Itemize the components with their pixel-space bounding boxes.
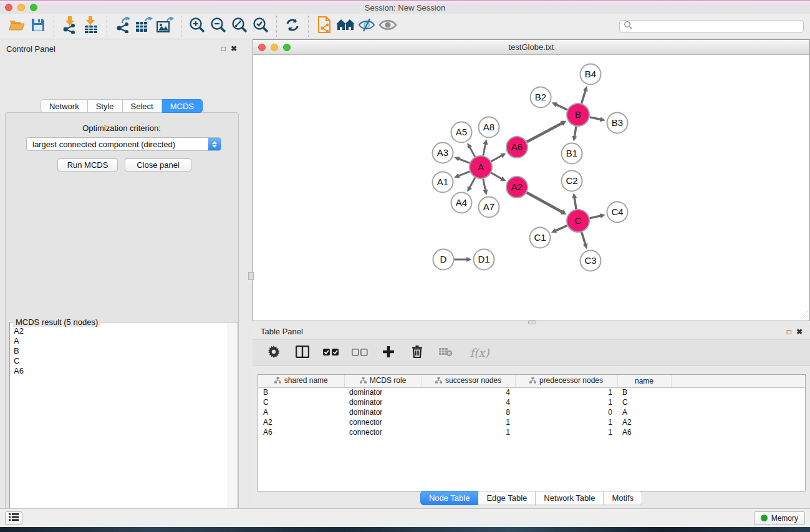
cell-name[interactable]: A (617, 407, 671, 417)
cell-MCDS-role[interactable]: dominator (344, 397, 422, 407)
result-item[interactable]: A (11, 336, 226, 346)
cell-successor-nodes[interactable]: 4 (422, 397, 515, 407)
cell-MCDS-role[interactable]: connector (344, 427, 422, 437)
cell-predecessor-nodes[interactable]: 1 (515, 397, 617, 407)
cell-name[interactable]: B (617, 387, 671, 397)
cell-MCDS-role[interactable]: dominator (344, 387, 422, 397)
open-session-button[interactable] (6, 16, 27, 37)
edge-C-C4[interactable] (590, 216, 601, 218)
zoom-in-button[interactable] (186, 16, 208, 37)
show-columns-button[interactable] (294, 344, 311, 362)
network-close-button[interactable] (258, 44, 266, 51)
cell-MCDS-role[interactable]: dominator (344, 407, 422, 417)
close-table-panel-icon[interactable]: ✖ (796, 327, 803, 336)
column-header-name[interactable]: name (617, 375, 671, 387)
network-window-titlebar[interactable]: testGlobe.txt (253, 40, 809, 55)
show-details-button[interactable] (377, 16, 398, 37)
close-panel-button[interactable]: Close panel (125, 158, 191, 172)
tab-motifs[interactable]: Motifs (604, 491, 642, 505)
cell-name[interactable]: C (617, 397, 671, 407)
edge-A-A1[interactable] (458, 172, 470, 176)
cell-shared-name[interactable]: B (258, 387, 344, 397)
zoom-fit-button[interactable] (229, 16, 250, 37)
edge-A-A5[interactable] (470, 147, 475, 157)
column-header-MCDS-role[interactable]: MCDS role (344, 375, 422, 387)
cell-successor-nodes[interactable]: 1 (422, 427, 515, 437)
cell-name[interactable]: A6 (617, 427, 671, 437)
result-scrollbar[interactable] (228, 323, 237, 532)
tab-network-table[interactable]: Network Table (536, 491, 604, 505)
edge-A-A8[interactable] (483, 143, 486, 155)
search-input[interactable] (632, 22, 799, 31)
network-minimize-button[interactable] (271, 44, 278, 51)
edge-A6-B[interactable] (527, 123, 562, 142)
result-item[interactable]: A6 (11, 366, 226, 376)
tab-select[interactable]: Select (123, 99, 162, 113)
cell-successor-nodes[interactable]: 4 (422, 387, 515, 397)
edge-C-C2[interactable] (574, 198, 576, 210)
edge-A-A3[interactable] (458, 159, 470, 163)
import-table-button[interactable] (80, 16, 102, 37)
column-header-shared-name[interactable]: shared name (258, 375, 344, 387)
memory-button[interactable]: Memory (754, 511, 805, 525)
run-mcds-button[interactable]: Run MCDS (57, 158, 118, 172)
mcds-result-list[interactable]: A2ABCA6 (11, 326, 226, 532)
column-header-predecessor-nodes[interactable]: predecessor nodes (515, 375, 617, 387)
export-image-button[interactable] (155, 16, 176, 37)
edge-B-B4[interactable] (582, 90, 586, 104)
cell-shared-name[interactable]: A6 (258, 427, 344, 437)
cell-predecessor-nodes[interactable]: 0 (515, 407, 617, 417)
edge-A-A4[interactable] (470, 178, 475, 188)
home-pages-button[interactable] (335, 16, 356, 37)
close-panel-icon[interactable]: ✖ (231, 44, 237, 53)
close-window-button[interactable] (5, 4, 12, 11)
edge-A-A2[interactable] (491, 173, 502, 179)
zoom-selected-button[interactable] (250, 16, 271, 37)
network-file-button[interactable] (314, 16, 335, 37)
table-row[interactable]: Cdominator41C (258, 397, 805, 407)
cell-successor-nodes[interactable]: 1 (422, 417, 515, 427)
task-history-button[interactable] (5, 511, 22, 525)
network-canvas[interactable]: B4B2BB3A8A5A6A3B1AC2A1A2A4A7C4CC1DD1C3 (253, 55, 809, 321)
table-settings-button[interactable] (265, 344, 282, 362)
cell-predecessor-nodes[interactable]: 1 (515, 387, 617, 397)
zoom-window-button[interactable] (30, 4, 37, 11)
cell-name[interactable]: A2 (617, 417, 671, 427)
import-network-button[interactable] (59, 16, 80, 37)
table-row[interactable]: Bdominator41B (258, 387, 805, 397)
select-all-rows-button[interactable] (322, 344, 340, 362)
vertical-split-handle[interactable] (248, 272, 254, 280)
tab-edge-table[interactable]: Edge Table (478, 491, 536, 505)
cell-shared-name[interactable]: A (258, 407, 344, 417)
cell-predecessor-nodes[interactable]: 1 (515, 427, 617, 437)
deselect-all-rows-button[interactable] (351, 344, 369, 362)
edge-C-C1[interactable] (556, 226, 567, 231)
edge-A2-C[interactable] (527, 193, 562, 213)
delete-columns-button[interactable] (408, 344, 426, 362)
horizontal-split-handle[interactable] (528, 320, 536, 324)
add-column-button[interactable] (380, 344, 397, 362)
tab-network[interactable]: Network (41, 99, 88, 113)
edge-B-B2[interactable] (556, 104, 567, 110)
float-panel-icon[interactable]: □ (221, 44, 226, 53)
column-header-successor-nodes[interactable]: successor nodes (422, 375, 515, 387)
zoom-out-button[interactable] (208, 16, 229, 37)
resize-grip-icon[interactable] (799, 311, 808, 319)
edge-B-B1[interactable] (574, 127, 576, 137)
export-network-button[interactable] (112, 16, 133, 37)
table-row[interactable]: A6connector11A6 (258, 427, 805, 437)
hide-details-button[interactable] (356, 16, 377, 37)
apply-layout-button[interactable] (282, 16, 303, 37)
float-table-panel-icon[interactable]: □ (787, 327, 791, 336)
cell-MCDS-role[interactable]: connector (344, 417, 422, 427)
cell-shared-name[interactable]: A2 (258, 417, 344, 427)
network-zoom-button[interactable] (283, 44, 291, 51)
table-row[interactable]: A2connector11A2 (258, 417, 805, 427)
tab-node-table[interactable]: Node Table (420, 491, 479, 505)
edge-A-A6[interactable] (491, 155, 502, 162)
optimization-criterion-select[interactable]: largest connected component (directed) (26, 137, 221, 151)
tab-style[interactable]: Style (88, 99, 123, 113)
tab-mcds[interactable]: MCDS (162, 99, 203, 113)
export-table-button[interactable] (133, 16, 155, 37)
network-graph[interactable]: B4B2BB3A8A5A6A3B1AC2A1A2A4A7C4CC1DD1C3 (253, 55, 809, 321)
